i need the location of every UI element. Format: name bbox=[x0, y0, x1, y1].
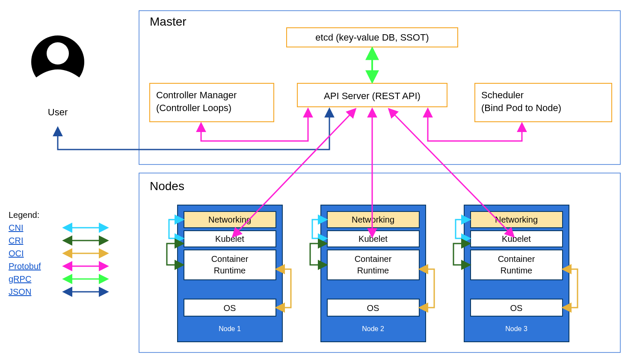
node-2-os: OS bbox=[367, 303, 379, 313]
legend-link-protobuf[interactable]: Protobuf bbox=[9, 261, 41, 271]
controller-label-1: Controller Manager bbox=[156, 90, 237, 100]
user-icon bbox=[26, 35, 90, 111]
legend-link-cri[interactable]: CRI bbox=[9, 236, 23, 245]
legend-row-protobuf: Protobuf bbox=[9, 261, 107, 271]
scheduler-label-1: Scheduler bbox=[481, 90, 524, 100]
node-1: Networking Kubelet Container Runtime OS … bbox=[167, 205, 291, 342]
legend-row-oci: OCI bbox=[9, 249, 107, 258]
master-title: Master bbox=[150, 15, 187, 28]
user-label: User bbox=[48, 107, 68, 117]
node-2-runtime-2: Runtime bbox=[357, 266, 389, 275]
node-2-networking: Networking bbox=[352, 215, 394, 224]
etcd-label: etcd (key-value DB, SSOT) bbox=[315, 32, 429, 43]
legend-link-grpc[interactable]: gRPC bbox=[9, 274, 31, 284]
legend-link-cni[interactable]: CNI bbox=[9, 223, 23, 232]
node-3-runtime-2: Runtime bbox=[501, 266, 532, 275]
svg-point-1 bbox=[47, 42, 69, 65]
node-2-kubelet: Kubelet bbox=[358, 234, 388, 244]
node-1-runtime-2: Runtime bbox=[214, 266, 246, 275]
legend-link-json[interactable]: JSON bbox=[9, 287, 31, 296]
node-3-networking: Networking bbox=[495, 215, 538, 224]
legend: Legend: CNI CRI OCI Protobuf gRPC JSON bbox=[9, 210, 107, 296]
nodes-title: Nodes bbox=[150, 179, 184, 193]
node-2-runtime-1: Container bbox=[355, 254, 392, 264]
legend-row-grpc: gRPC bbox=[9, 274, 107, 284]
node-3: Networking Kubelet Container Runtime OS … bbox=[453, 205, 578, 342]
diagram-canvas: User Master etcd (key-value DB, SSOT) Co… bbox=[0, 0, 631, 364]
node-3-os: OS bbox=[510, 303, 523, 313]
controller-label-2: (Controller Loops) bbox=[156, 103, 231, 113]
legend-row-cri: CRI bbox=[9, 236, 107, 245]
apiserver-label: API Server (REST API) bbox=[324, 91, 421, 101]
node-1-networking: Networking bbox=[208, 215, 251, 224]
legend-row-cni: CNI bbox=[9, 223, 107, 232]
node-3-kubelet: Kubelet bbox=[502, 234, 531, 244]
node-3-footer: Node 3 bbox=[505, 325, 527, 332]
node-1-footer: Node 1 bbox=[219, 325, 241, 332]
scheduler-label-2: (Bind Pod to Node) bbox=[481, 103, 561, 113]
legend-title: Legend: bbox=[9, 210, 39, 220]
node-1-kubelet: Kubelet bbox=[215, 234, 244, 244]
node-1-os: OS bbox=[224, 303, 236, 313]
node-2-footer: Node 2 bbox=[362, 325, 384, 332]
node-1-runtime-1: Container bbox=[211, 254, 249, 264]
legend-link-oci[interactable]: OCI bbox=[9, 249, 24, 258]
node-3-runtime-1: Container bbox=[498, 254, 535, 264]
legend-row-json: JSON bbox=[9, 287, 107, 296]
